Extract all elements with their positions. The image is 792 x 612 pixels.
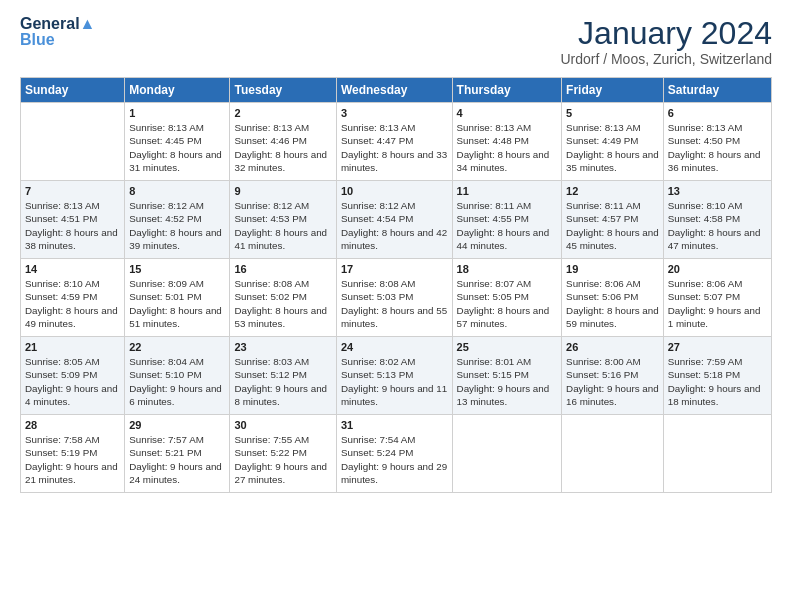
day-number: 8 [129,185,225,197]
cell-3-0: 21 Sunrise: 8:05 AMSunset: 5:09 PMDaylig… [21,337,125,415]
col-monday: Monday [125,78,230,103]
cell-2-2: 16 Sunrise: 8:08 AMSunset: 5:02 PMDaylig… [230,259,336,337]
day-number: 3 [341,107,448,119]
col-saturday: Saturday [663,78,771,103]
cell-4-6 [663,415,771,493]
day-number: 29 [129,419,225,431]
cell-info: Sunrise: 8:11 AMSunset: 4:57 PMDaylight:… [566,199,659,252]
cell-4-4 [452,415,562,493]
day-number: 28 [25,419,120,431]
cell-info: Sunrise: 8:06 AMSunset: 5:07 PMDaylight:… [668,277,767,330]
cell-4-2: 30 Sunrise: 7:55 AMSunset: 5:22 PMDaylig… [230,415,336,493]
cell-1-1: 8 Sunrise: 8:12 AMSunset: 4:52 PMDayligh… [125,181,230,259]
col-sunday: Sunday [21,78,125,103]
cell-0-4: 4 Sunrise: 8:13 AMSunset: 4:48 PMDayligh… [452,103,562,181]
cell-3-5: 26 Sunrise: 8:00 AMSunset: 5:16 PMDaylig… [562,337,664,415]
col-friday: Friday [562,78,664,103]
subtitle: Urdorf / Moos, Zurich, Switzerland [560,51,772,67]
day-number: 21 [25,341,120,353]
day-number: 19 [566,263,659,275]
cell-info: Sunrise: 8:13 AMSunset: 4:47 PMDaylight:… [341,121,448,174]
cell-1-5: 12 Sunrise: 8:11 AMSunset: 4:57 PMDaylig… [562,181,664,259]
cell-info: Sunrise: 7:57 AMSunset: 5:21 PMDaylight:… [129,433,225,486]
day-number: 24 [341,341,448,353]
week-row-2: 14 Sunrise: 8:10 AMSunset: 4:59 PMDaylig… [21,259,772,337]
cell-info: Sunrise: 8:13 AMSunset: 4:50 PMDaylight:… [668,121,767,174]
cell-1-2: 9 Sunrise: 8:12 AMSunset: 4:53 PMDayligh… [230,181,336,259]
day-number: 23 [234,341,331,353]
cell-info: Sunrise: 8:07 AMSunset: 5:05 PMDaylight:… [457,277,558,330]
header-row: Sunday Monday Tuesday Wednesday Thursday… [21,78,772,103]
cell-3-4: 25 Sunrise: 8:01 AMSunset: 5:15 PMDaylig… [452,337,562,415]
cell-info: Sunrise: 8:10 AMSunset: 4:59 PMDaylight:… [25,277,120,330]
day-number: 7 [25,185,120,197]
col-tuesday: Tuesday [230,78,336,103]
day-number: 27 [668,341,767,353]
cell-2-3: 17 Sunrise: 8:08 AMSunset: 5:03 PMDaylig… [336,259,452,337]
cell-2-0: 14 Sunrise: 8:10 AMSunset: 4:59 PMDaylig… [21,259,125,337]
cell-3-6: 27 Sunrise: 7:59 AMSunset: 5:18 PMDaylig… [663,337,771,415]
col-thursday: Thursday [452,78,562,103]
cell-0-3: 3 Sunrise: 8:13 AMSunset: 4:47 PMDayligh… [336,103,452,181]
cell-info: Sunrise: 8:06 AMSunset: 5:06 PMDaylight:… [566,277,659,330]
cell-4-0: 28 Sunrise: 7:58 AMSunset: 5:19 PMDaylig… [21,415,125,493]
day-number: 5 [566,107,659,119]
cell-1-3: 10 Sunrise: 8:12 AMSunset: 4:54 PMDaylig… [336,181,452,259]
cell-0-5: 5 Sunrise: 8:13 AMSunset: 4:49 PMDayligh… [562,103,664,181]
cell-info: Sunrise: 8:13 AMSunset: 4:45 PMDaylight:… [129,121,225,174]
cell-info: Sunrise: 8:04 AMSunset: 5:10 PMDaylight:… [129,355,225,408]
cell-0-6: 6 Sunrise: 8:13 AMSunset: 4:50 PMDayligh… [663,103,771,181]
cell-info: Sunrise: 8:13 AMSunset: 4:48 PMDaylight:… [457,121,558,174]
cell-2-6: 20 Sunrise: 8:06 AMSunset: 5:07 PMDaylig… [663,259,771,337]
cell-info: Sunrise: 8:13 AMSunset: 4:49 PMDaylight:… [566,121,659,174]
cell-3-1: 22 Sunrise: 8:04 AMSunset: 5:10 PMDaylig… [125,337,230,415]
cell-4-5 [562,415,664,493]
cell-info: Sunrise: 7:58 AMSunset: 5:19 PMDaylight:… [25,433,120,486]
cell-2-5: 19 Sunrise: 8:06 AMSunset: 5:06 PMDaylig… [562,259,664,337]
cell-info: Sunrise: 8:02 AMSunset: 5:13 PMDaylight:… [341,355,448,408]
logo-blue: Blue [20,32,95,48]
cell-info: Sunrise: 8:12 AMSunset: 4:53 PMDaylight:… [234,199,331,252]
cell-info: Sunrise: 8:13 AMSunset: 4:46 PMDaylight:… [234,121,331,174]
cell-1-4: 11 Sunrise: 8:11 AMSunset: 4:55 PMDaylig… [452,181,562,259]
week-row-0: 1 Sunrise: 8:13 AMSunset: 4:45 PMDayligh… [21,103,772,181]
cell-info: Sunrise: 8:09 AMSunset: 5:01 PMDaylight:… [129,277,225,330]
cell-info: Sunrise: 8:10 AMSunset: 4:58 PMDaylight:… [668,199,767,252]
week-row-4: 28 Sunrise: 7:58 AMSunset: 5:19 PMDaylig… [21,415,772,493]
cell-info: Sunrise: 8:05 AMSunset: 5:09 PMDaylight:… [25,355,120,408]
cell-info: Sunrise: 8:03 AMSunset: 5:12 PMDaylight:… [234,355,331,408]
title-block: January 2024 Urdorf / Moos, Zurich, Swit… [560,16,772,67]
day-number: 14 [25,263,120,275]
week-row-3: 21 Sunrise: 8:05 AMSunset: 5:09 PMDaylig… [21,337,772,415]
cell-2-4: 18 Sunrise: 8:07 AMSunset: 5:05 PMDaylig… [452,259,562,337]
day-number: 12 [566,185,659,197]
cell-info: Sunrise: 7:54 AMSunset: 5:24 PMDaylight:… [341,433,448,486]
day-number: 4 [457,107,558,119]
day-number: 2 [234,107,331,119]
col-wednesday: Wednesday [336,78,452,103]
day-number: 15 [129,263,225,275]
day-number: 26 [566,341,659,353]
day-number: 13 [668,185,767,197]
cell-info: Sunrise: 7:55 AMSunset: 5:22 PMDaylight:… [234,433,331,486]
cell-3-3: 24 Sunrise: 8:02 AMSunset: 5:13 PMDaylig… [336,337,452,415]
cell-info: Sunrise: 8:08 AMSunset: 5:03 PMDaylight:… [341,277,448,330]
day-number: 20 [668,263,767,275]
day-number: 22 [129,341,225,353]
cell-info: Sunrise: 8:13 AMSunset: 4:51 PMDaylight:… [25,199,120,252]
day-number: 18 [457,263,558,275]
cell-info: Sunrise: 8:01 AMSunset: 5:15 PMDaylight:… [457,355,558,408]
logo: General▲ Blue [20,16,95,48]
week-row-1: 7 Sunrise: 8:13 AMSunset: 4:51 PMDayligh… [21,181,772,259]
header: General▲ Blue January 2024 Urdorf / Moos… [20,16,772,67]
cell-info: Sunrise: 8:12 AMSunset: 4:52 PMDaylight:… [129,199,225,252]
page: General▲ Blue January 2024 Urdorf / Moos… [0,0,792,612]
day-number: 25 [457,341,558,353]
cell-info: Sunrise: 8:00 AMSunset: 5:16 PMDaylight:… [566,355,659,408]
calendar-table: Sunday Monday Tuesday Wednesday Thursday… [20,77,772,493]
cell-1-0: 7 Sunrise: 8:13 AMSunset: 4:51 PMDayligh… [21,181,125,259]
day-number: 6 [668,107,767,119]
cell-info: Sunrise: 7:59 AMSunset: 5:18 PMDaylight:… [668,355,767,408]
cell-0-2: 2 Sunrise: 8:13 AMSunset: 4:46 PMDayligh… [230,103,336,181]
cell-4-3: 31 Sunrise: 7:54 AMSunset: 5:24 PMDaylig… [336,415,452,493]
